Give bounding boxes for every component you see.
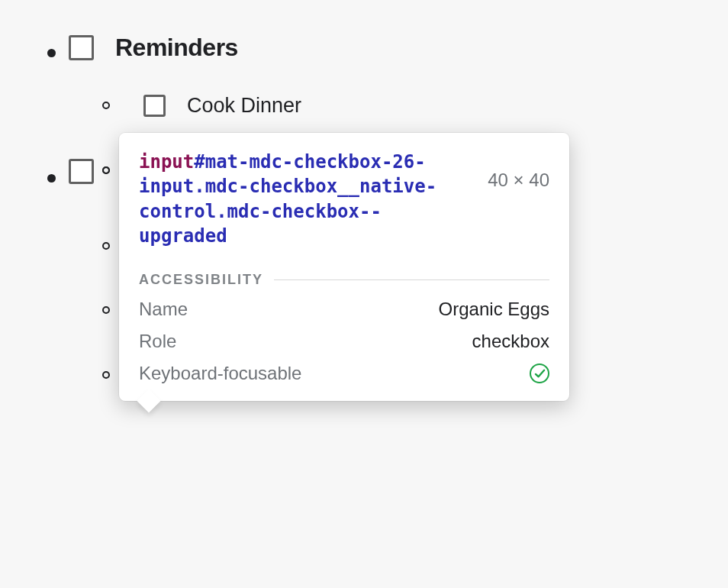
tooltip-row-value: Organic Eggs bbox=[439, 299, 549, 320]
nested-list: Cook Dinner bbox=[98, 94, 705, 118]
tooltip-row-value bbox=[530, 363, 549, 384]
group-title: Reminders bbox=[115, 34, 238, 62]
tooltip-selector: input#mat-mdc-checkbox-26-input.mdc-chec… bbox=[139, 150, 467, 249]
bullet-circle-icon bbox=[102, 242, 110, 250]
tooltip-divider bbox=[274, 279, 549, 280]
tooltip-selector-tagname: input bbox=[139, 151, 194, 173]
tooltip-row-value: checkbox bbox=[472, 331, 549, 352]
item-checkbox[interactable] bbox=[143, 95, 166, 117]
tooltip-row-name: Name Organic Eggs bbox=[139, 299, 549, 320]
tooltip-arrow bbox=[137, 389, 160, 412]
group-checkbox[interactable] bbox=[69, 159, 94, 184]
item-label: Cook Dinner bbox=[187, 94, 301, 118]
group-heading-row: Reminders bbox=[69, 34, 705, 62]
tooltip-row-label: Keyboard-focusable bbox=[139, 363, 301, 384]
bullet-circle-icon bbox=[102, 102, 110, 109]
tooltip-row-role: Role checkbox bbox=[139, 331, 549, 352]
check-circle-icon bbox=[530, 363, 549, 383]
devtools-inspect-tooltip: input#mat-mdc-checkbox-26-input.mdc-chec… bbox=[119, 133, 569, 401]
bullet-circle-icon bbox=[102, 371, 110, 379]
tooltip-section-header: ACCESSIBILITY bbox=[139, 272, 549, 288]
tooltip-row-label: Name bbox=[139, 299, 188, 320]
tooltip-row-keyboard-focusable: Keyboard-focusable bbox=[139, 363, 549, 384]
list-group: Reminders Cook Dinner bbox=[23, 34, 705, 118]
checklist-root: input#mat-mdc-checkbox-26-input.mdc-chec… bbox=[0, 0, 728, 462]
tooltip-row-label: Role bbox=[139, 331, 176, 352]
group-checkbox[interactable] bbox=[69, 35, 94, 60]
bullet-disc-icon bbox=[47, 174, 56, 183]
tooltip-dimensions: 40 × 40 bbox=[488, 170, 549, 191]
list-item: Cook Dinner bbox=[98, 94, 705, 118]
bullet-circle-icon bbox=[102, 306, 110, 314]
bullet-disc-icon bbox=[47, 49, 56, 57]
tooltip-section-label: ACCESSIBILITY bbox=[139, 272, 263, 288]
